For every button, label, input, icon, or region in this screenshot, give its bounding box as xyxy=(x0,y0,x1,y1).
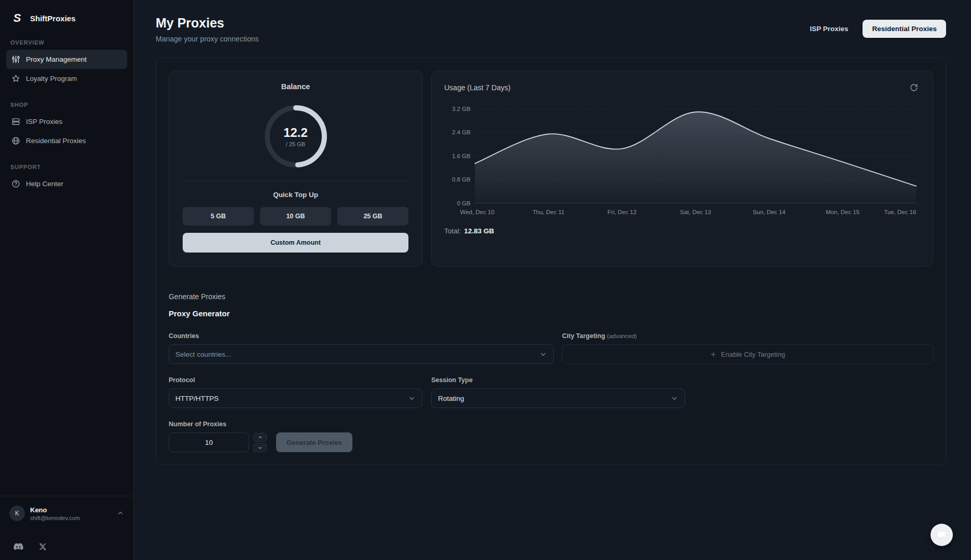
top-cards-row: Balance 12.2 / 25 GB Quick Top Up 5 GB 1… xyxy=(169,71,933,267)
brand-name: ShiftProxies xyxy=(30,14,76,23)
number-of-proxies-label: Number of Proxies xyxy=(169,421,933,428)
city-targeting-field: City Targeting (advanced) Enable City Ta… xyxy=(562,332,933,364)
protocol-label: Protocol xyxy=(169,376,422,384)
count-row: Generate Proxies xyxy=(169,432,933,452)
svg-text:3.2 GB: 3.2 GB xyxy=(452,106,471,112)
quick-top-up-title: Quick Top Up xyxy=(183,191,408,199)
topup-5gb-button[interactable]: 5 GB xyxy=(183,207,254,226)
sidebar-item-label: Help Center xyxy=(26,180,63,188)
tab-residential-proxies[interactable]: Residential Proxies xyxy=(863,20,946,38)
chat-widget-button[interactable] xyxy=(931,524,953,546)
page-header: My Proxies Manage your proxy connections… xyxy=(156,16,946,43)
session-type-select[interactable]: Rotating xyxy=(431,388,685,408)
page-title-block: My Proxies Manage your proxy connections xyxy=(156,16,258,43)
user-meta: Keno shift@kenodev.com xyxy=(30,506,112,521)
enable-city-targeting-label: Enable City Targeting xyxy=(721,351,785,358)
section-label-overview: OVERVIEW xyxy=(10,39,123,46)
star-icon xyxy=(11,74,20,83)
page-subtitle: Manage your proxy connections xyxy=(156,35,258,43)
shiftproxies-logo-icon: S xyxy=(9,10,25,26)
gauge-center: 12.2 / 25 GB xyxy=(262,102,330,171)
protocol-value: HTTP/HTTPS xyxy=(175,395,218,402)
usage-card: Usage (Last 7 Days) xyxy=(431,71,933,267)
proxy-generator-title: Proxy Generator xyxy=(169,309,933,318)
svg-text:Fri, Dec 12: Fri, Dec 12 xyxy=(608,209,637,215)
svg-text:0 GB: 0 GB xyxy=(457,200,471,206)
sidebar-item-label: ISP Proxies xyxy=(26,118,62,125)
tab-isp-proxies[interactable]: ISP Proxies xyxy=(800,20,857,38)
session-type-value: Rotating xyxy=(438,395,464,402)
topup-25gb-button[interactable]: 25 GB xyxy=(337,207,408,226)
avatar: K xyxy=(9,506,25,521)
stepper-up-button[interactable] xyxy=(253,433,267,442)
section-label-support: SUPPORT xyxy=(10,164,123,170)
chevron-down-icon xyxy=(539,351,547,358)
proxy-type-tabs: ISP Proxies Residential Proxies xyxy=(800,20,946,38)
usage-total-label: Total: xyxy=(444,227,461,235)
countries-label: Countries xyxy=(169,332,554,340)
topup-10gb-button[interactable]: 10 GB xyxy=(260,207,331,226)
usage-chart-container: 3.2 GB2.4 GB1.6 GB0.8 GB0 GBWed, Dec 10T… xyxy=(444,101,920,220)
stepper-down-button[interactable] xyxy=(253,443,267,452)
svg-text:1.6 GB: 1.6 GB xyxy=(452,153,471,159)
brand: S ShiftProxies xyxy=(6,8,127,26)
session-type-field: Session Type Rotating xyxy=(431,376,685,408)
generator-row-count: Number of Proxies Generate Proxies xyxy=(169,421,933,452)
usage-title: Usage (Last 7 Days) xyxy=(444,83,511,92)
sidebar-footer: K Keno shift@kenodev.com xyxy=(6,496,127,551)
page-title: My Proxies xyxy=(156,16,258,31)
sidebar-item-proxy-management[interactable]: Proxy Management xyxy=(6,50,127,69)
generate-proxies-section-label: Generate Proxies xyxy=(169,292,933,301)
sidebar-item-help-center[interactable]: Help Center xyxy=(6,174,127,193)
refresh-icon[interactable] xyxy=(908,81,920,94)
section-label-shop: SHOP xyxy=(10,102,123,108)
quantity-stepper xyxy=(253,433,267,452)
countries-placeholder: Select countries... xyxy=(175,351,231,358)
city-targeting-label-text: City Targeting xyxy=(562,332,605,340)
divider xyxy=(182,181,409,181)
globe-icon xyxy=(11,136,20,145)
chevron-down-icon xyxy=(671,395,678,402)
svg-text:2.4 GB: 2.4 GB xyxy=(452,129,471,135)
chevron-up-icon xyxy=(117,510,124,517)
custom-amount-button[interactable]: Custom Amount xyxy=(183,233,408,253)
sidebar-item-label: Residential Proxies xyxy=(26,137,86,145)
user-name: Keno xyxy=(30,506,112,514)
sidebar-item-label: Proxy Management xyxy=(26,55,87,63)
help-icon xyxy=(11,179,20,188)
protocol-select[interactable]: HTTP/HTTPS xyxy=(169,388,422,408)
x-twitter-icon[interactable] xyxy=(39,543,47,551)
chevron-down-icon xyxy=(408,395,416,402)
countries-select[interactable]: Select countries... xyxy=(169,344,554,364)
balance-gauge: 12.2 / 25 GB xyxy=(262,102,330,171)
sidebar-item-label: Loyalty Program xyxy=(26,75,77,82)
svg-text:Sat, Dec 13: Sat, Dec 13 xyxy=(680,209,711,215)
sidebar: S ShiftProxies OVERVIEW Proxy Management… xyxy=(0,0,134,560)
countries-field: Countries Select countries... xyxy=(169,332,554,364)
sidebar-item-isp-proxies[interactable]: ISP Proxies xyxy=(6,112,127,131)
generate-proxies-button[interactable]: Generate Proxies xyxy=(276,432,352,452)
top-up-options: 5 GB 10 GB 25 GB xyxy=(183,207,408,226)
user-email: shift@kenodev.com xyxy=(30,515,112,521)
svg-text:Mon, Dec 15: Mon, Dec 15 xyxy=(826,209,859,215)
enable-city-targeting-button[interactable]: Enable City Targeting xyxy=(562,344,933,364)
chat-bubble-icon xyxy=(936,529,947,540)
discord-icon[interactable] xyxy=(13,543,23,551)
sidebar-item-loyalty-program[interactable]: Loyalty Program xyxy=(6,69,127,88)
protocol-field: Protocol HTTP/HTTPS xyxy=(169,376,422,408)
svg-text:0.8 GB: 0.8 GB xyxy=(452,176,471,183)
divider xyxy=(0,496,133,496)
social-links xyxy=(6,543,127,551)
balance-card: Balance 12.2 / 25 GB Quick Top Up 5 GB 1… xyxy=(169,71,422,267)
sliders-icon xyxy=(11,55,20,64)
balance-used-value: 12.2 xyxy=(283,125,308,140)
server-icon xyxy=(11,117,20,126)
usage-area-chart: 3.2 GB2.4 GB1.6 GB0.8 GB0 GBWed, Dec 10T… xyxy=(444,101,920,220)
sidebar-item-residential-proxies[interactable]: Residential Proxies xyxy=(6,131,127,150)
svg-text:Wed, Dec 10: Wed, Dec 10 xyxy=(460,209,495,215)
plus-icon xyxy=(710,351,717,358)
user-menu[interactable]: K Keno shift@kenodev.com xyxy=(6,506,127,521)
proxies-panel: Balance 12.2 / 25 GB Quick Top Up 5 GB 1… xyxy=(156,58,946,465)
generator-row-countries: Countries Select countries... City Targe… xyxy=(169,332,933,364)
proxy-count-input[interactable] xyxy=(169,432,249,452)
